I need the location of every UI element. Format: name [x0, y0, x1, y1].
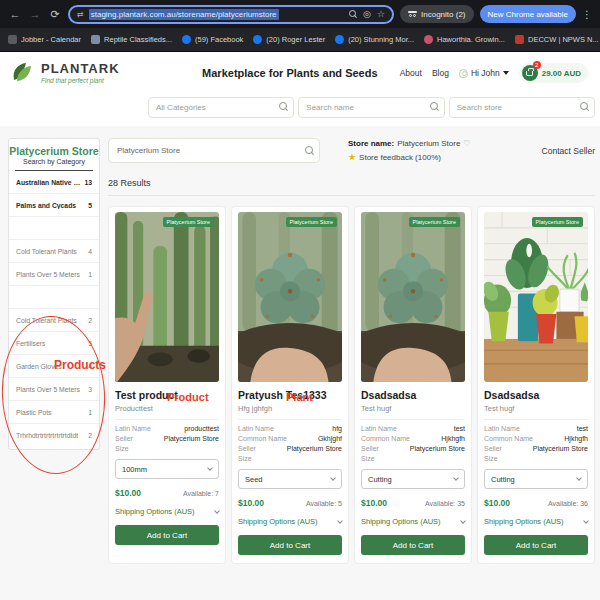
sidebar-item-australian-native-plants[interactable]: Australian Native Plants 13 — [9, 171, 99, 194]
field-key: Latin Name — [484, 425, 520, 432]
add-to-cart-button[interactable]: Add to Cart — [238, 535, 342, 555]
search-icon[interactable] — [430, 102, 439, 111]
product-card: Platycerium Store Dsadsadsa Test hugf La… — [477, 206, 595, 564]
size-select[interactable]: Seed — [238, 469, 342, 489]
star-icon: ★ — [348, 152, 356, 162]
field-value: Platycerium Store — [533, 445, 588, 452]
sidebar-item-plants-over-5-meters[interactable]: Plants Over 5 Meters 1 — [9, 263, 99, 286]
category-count: 3 — [88, 386, 92, 393]
field-key: Size — [361, 455, 375, 462]
sidebar-item-test-category[interactable]: Trhrhdtrtrtrtrtrtrtrtdtdt 2 — [9, 424, 99, 447]
plantark-logo[interactable]: PLANTARK Find that perfect plant — [10, 60, 180, 86]
add-to-cart-button[interactable]: Add to Cart — [115, 525, 219, 545]
bookmark-reptile-classifieds[interactable]: Reptile Classifieds... — [91, 35, 172, 44]
name-search-input[interactable] — [298, 97, 444, 118]
nav-about[interactable]: About — [400, 68, 422, 78]
bookmark-star-icon[interactable]: ☆ — [377, 9, 385, 19]
add-to-cart-button[interactable]: Add to Cart — [484, 535, 588, 555]
category-label: Plants Over 5 Meters — [16, 271, 80, 278]
url-text[interactable]: staging.plantark.com.au/storename/platyc… — [89, 9, 279, 20]
product-image-cacti[interactable]: Platycerium Store — [115, 212, 219, 382]
product-image-potted-plants[interactable]: Platycerium Store — [484, 212, 588, 382]
product-field-row: Seller Platycerium Store — [115, 435, 219, 442]
user-menu[interactable]: Hi John — [459, 68, 509, 78]
field-value: Hjkhgfh — [441, 435, 465, 442]
chevron-down-icon — [207, 465, 213, 471]
product-title[interactable]: Dsadsadsa — [361, 389, 465, 401]
size-select[interactable]: Cutting — [361, 469, 465, 489]
site-info-icon[interactable]: ⇄ — [77, 10, 84, 19]
product-image-blue-cactus[interactable]: Platycerium Store — [361, 212, 465, 382]
search-icon[interactable] — [305, 146, 314, 155]
shipping-options-toggle[interactable]: Shipping Options (AUS) — [115, 507, 219, 516]
gov-favicon — [515, 35, 524, 44]
back-icon[interactable]: ← — [8, 8, 22, 20]
shipping-options-toggle[interactable]: Shipping Options (AUS) — [361, 517, 465, 526]
forward-icon[interactable]: → — [28, 8, 42, 20]
size-select[interactable]: 100mm — [115, 459, 219, 479]
search-icon[interactable] — [349, 10, 357, 18]
store-feedback[interactable]: Store feedback (100%) — [359, 153, 441, 162]
bookmark-haworthia[interactable]: Haworthia. Growin... — [424, 35, 505, 44]
search-icon[interactable] — [580, 102, 589, 111]
search-icon[interactable] — [279, 102, 288, 111]
name-search-box — [298, 96, 444, 118]
category-label: Plants Over 5 Meters — [16, 386, 80, 393]
sidebar-item-garden-gloves[interactable]: Garden Gloves 4 — [9, 355, 99, 378]
store-name-value: Platycerium Store — [397, 139, 460, 148]
size-select[interactable]: Cutting — [484, 469, 588, 489]
browser-window: ← → ⟳ ⇄ staging.plantark.com.au/storenam… — [0, 0, 600, 600]
sidebar-item-fertilisers[interactable]: Fertilisers 5 — [9, 332, 99, 355]
price-row: $10.00 Available: 5 — [238, 498, 342, 508]
new-chrome-button[interactable]: New Chrome available — [480, 5, 576, 23]
category-label: Trhrhdtrtrtrtrtrtrtrtdtdt — [16, 432, 78, 439]
bookmark-jobber[interactable]: Jobber - Calendar — [8, 35, 81, 44]
sidebar-item-cold-tolerant-plants[interactable]: Cold Tolerant Plants 4 — [9, 240, 99, 263]
shipping-options-toggle[interactable]: Shipping Options (AUS) — [484, 517, 588, 526]
nav-blog[interactable]: Blog — [432, 68, 449, 78]
category-label: Cold Tolerant Plants — [16, 248, 77, 255]
product-field-row: Size — [238, 455, 342, 462]
sidebar-item-plants-over-5-meters-2[interactable]: Plants Over 5 Meters 3 — [9, 378, 99, 401]
bookmark-roger-lester[interactable]: (20) Roger Lester — [253, 35, 325, 44]
store-search-box — [449, 96, 595, 118]
bookmark-stunning-mor[interactable]: (20) Stunning Mor... — [335, 35, 414, 44]
new-chrome-label: New Chrome available — [488, 10, 568, 19]
favorite-heart-icon[interactable]: ♡ — [463, 139, 470, 148]
store-search-input[interactable] — [449, 97, 595, 118]
field-value: Hjkhgfh — [564, 435, 588, 442]
product-title[interactable]: Test product — [115, 389, 219, 401]
incognito-badge[interactable]: Incognito (2) — [400, 5, 473, 23]
product-price: $10.00 — [115, 488, 141, 498]
shipping-options-toggle[interactable]: Shipping Options (AUS) — [238, 517, 342, 526]
add-to-cart-button[interactable]: Add to Cart — [361, 535, 465, 555]
categories-input[interactable] — [148, 97, 294, 118]
product-subtitle: Test hugf — [484, 404, 588, 420]
product-field-row: Latin Name test — [361, 425, 465, 432]
product-field-row: Latin Name hfg — [238, 425, 342, 432]
product-field-row: Common Name Gkhjghf — [238, 435, 342, 442]
address-bar[interactable]: ⇄ staging.plantark.com.au/storename/plat… — [68, 5, 394, 24]
browser-menu-icon[interactable]: ⋮ — [582, 9, 592, 20]
product-card: Platycerium Store Dsadsadsa Test hugf La… — [354, 206, 472, 564]
bookmark-deccw[interactable]: DECCW | NPWS N... — [515, 35, 599, 44]
page-content: Platycerium Store Search by Category Aus… — [0, 126, 600, 600]
store-filter-input[interactable] — [108, 138, 320, 163]
cart-button[interactable]: 2 29.00 AUD — [519, 63, 588, 83]
product-image-blue-cactus[interactable]: Platycerium Store — [238, 212, 342, 382]
category-label: Garden Gloves — [16, 363, 62, 370]
product-title[interactable]: Dsadsadsa — [484, 389, 588, 401]
store-name-label: Store name: — [348, 139, 394, 148]
field-key: Latin Name — [361, 425, 397, 432]
bookmark-facebook[interactable]: (59) Facebook — [182, 35, 243, 44]
reload-icon[interactable]: ⟳ — [48, 8, 62, 21]
contact-seller-link[interactable]: Contact Seller — [542, 146, 595, 156]
sidebar-item-palms-and-cycads[interactable]: Palms and Cycads 5 — [9, 194, 99, 217]
sidebar-item-cold-tolerant-plants-2[interactable]: Cold Tolerant Plants 2 — [9, 309, 99, 332]
product-title[interactable]: Pratyush Tes1333 — [238, 389, 342, 401]
categories-search-box — [148, 96, 294, 118]
category-count: 2 — [88, 432, 92, 439]
shield-icon[interactable]: ◎ — [363, 9, 371, 19]
sidebar-item-plastic-pots[interactable]: Plastic Pots 1 — [9, 401, 99, 424]
category-sidebar: Platycerium Store Search by Category Aus… — [8, 138, 100, 450]
